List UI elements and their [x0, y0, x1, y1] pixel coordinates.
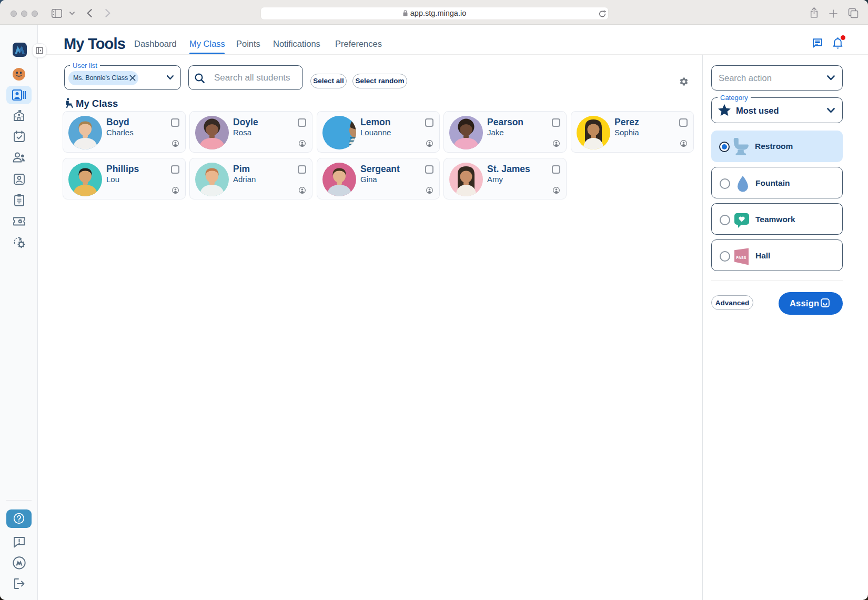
svg-text:PASS: PASS: [736, 256, 746, 259]
